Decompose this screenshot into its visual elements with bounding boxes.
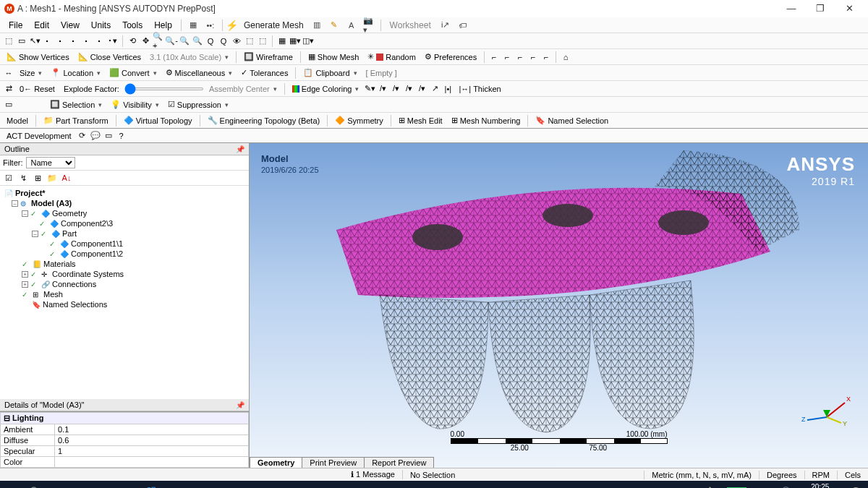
specular-value[interactable]: 1 [55, 446, 249, 457]
show-mesh-button[interactable]: ▦ Show Mesh [305, 51, 362, 62]
viewport[interactable]: Model 2019/6/26 20:25 ANSYS 2019 R1 X Y … [250, 143, 868, 468]
tag-icon[interactable]: 🏷 [456, 19, 469, 32]
menu-file[interactable]: File [3, 19, 28, 32]
select-icon[interactable]: ▭ [16, 35, 27, 47]
virtual-topology-button[interactable]: 🔷 Virtual Topology [120, 115, 196, 126]
power-icon[interactable]: 🔌 [704, 484, 720, 488]
ansys-icon[interactable]: Λ [190, 484, 205, 488]
powerpoint-icon[interactable]: P [236, 484, 252, 488]
pin-icon[interactable]: 📌 [236, 145, 244, 153]
tab-geometry[interactable]: Geometry [250, 457, 302, 468]
edge-icon[interactable]: /▾ [403, 83, 414, 95]
view-icon[interactable]: 👁 [231, 35, 242, 47]
selection-dropdown[interactable]: 🔲 Selection [46, 99, 106, 110]
search-icon[interactable]: 🔍 [27, 484, 43, 488]
app-icon[interactable]: ☁ [51, 484, 67, 488]
menu-units[interactable]: Units [85, 19, 116, 32]
app-icon[interactable]: 明 [143, 484, 159, 488]
menu-help[interactable]: Help [148, 19, 178, 32]
menu-edit[interactable]: Edit [28, 19, 55, 32]
model-button[interactable]: Model [3, 116, 32, 126]
icon[interactable]: ☑ [3, 172, 14, 184]
app-icon[interactable]: ◉ [259, 484, 275, 488]
part-transform-button[interactable]: 📁 Part Transform [40, 115, 112, 126]
zoom-icon[interactable]: 🔍 [192, 35, 203, 47]
assembly-center-dropdown[interactable]: Assembly Center [205, 84, 281, 94]
tab-report-preview[interactable]: Report Preview [364, 457, 434, 468]
window-icon[interactable]: ▭ [103, 130, 114, 142]
filter-select[interactable]: Name [26, 157, 75, 168]
tab-print-preview[interactable]: Print Preview [302, 457, 365, 468]
preferences-button[interactable]: ⚙ Preferences [421, 51, 480, 62]
ambient-value[interactable]: 0.1 [55, 424, 249, 435]
mesh-edit-button[interactable]: ⊞ Mesh Edit [395, 115, 446, 126]
cursor-icon[interactable]: ↖▾ [29, 35, 41, 47]
help-icon[interactable]: ? [116, 130, 127, 142]
axis-icon[interactable]: ⌐ [527, 51, 539, 63]
axis-triad[interactable]: X Y Z [801, 388, 852, 432]
refresh-icon[interactable]: ⟳ [77, 130, 88, 142]
gmail-icon[interactable]: M [213, 484, 229, 488]
clipboard-dropdown[interactable]: 📋 Clipboard [299, 67, 360, 78]
explode-slider[interactable] [124, 87, 204, 90]
color-value[interactable] [55, 457, 249, 468]
zoom-icon[interactable]: 🔍 [179, 35, 190, 47]
auto-scale-dropdown[interactable]: 3.1 (10x Auto Scale) [146, 52, 232, 62]
app-icon[interactable]: ↻ [120, 484, 136, 488]
menu-view[interactable]: View [55, 19, 85, 32]
edge-coloring-dropdown[interactable]: Edge Coloring [289, 84, 363, 94]
view-icon[interactable]: ▦▾ [289, 35, 301, 47]
edge-icon[interactable]: ✎▾ [364, 83, 375, 95]
outline-tree[interactable]: 📄Project* –⊚Model (A3) –✓🔷Geometry ✓🔷Com… [0, 186, 249, 399]
fit-icon[interactable]: Q [205, 35, 216, 47]
axis-icon[interactable]: ⌐ [488, 51, 500, 63]
axis-icon[interactable]: ⌐ [514, 51, 526, 63]
engineering-topology-button[interactable]: 🔧 Engineering Topology (Beta) [204, 115, 324, 126]
folder-icon[interactable]: 📁 [46, 172, 58, 184]
chevron-up-icon[interactable]: ^ [754, 484, 770, 488]
cube-icon[interactable]: 🞍▾ [107, 35, 119, 47]
status-messages[interactable]: ℹ 1 Message [344, 470, 403, 479]
diffuse-value[interactable]: 0.6 [55, 435, 249, 446]
msg-icon[interactable]: 💬 [90, 130, 101, 142]
select-icon[interactable]: ⬚ [3, 35, 14, 47]
close-button[interactable]: ✕ [835, 0, 864, 17]
wireframe-button[interactable]: 🔲 Wireframe [240, 51, 297, 62]
app-icon[interactable]: ◉ [166, 484, 182, 488]
start-button[interactable]: ⊞ [4, 484, 20, 488]
zoom-out-icon[interactable]: 🔍- [166, 35, 177, 47]
axis-icon[interactable]: ⌐ [501, 51, 513, 63]
suppression-dropdown[interactable]: ☑ Suppression [164, 99, 232, 110]
generate-mesh-button[interactable]: Generate Mesh [239, 20, 308, 30]
camera-icon[interactable]: 📷▾ [362, 19, 375, 32]
toolbar-icon[interactable]: ▦ [187, 19, 200, 32]
cube-icon[interactable]: 🞍 [42, 35, 54, 47]
tolerances-button[interactable]: ✓ Tolerances [237, 67, 292, 78]
axis-icon[interactable]: ⌐ [540, 51, 552, 63]
expand-icon[interactable]: ⊞ [32, 172, 43, 184]
firefox-icon[interactable]: ● [97, 484, 113, 488]
edge-icon[interactable]: ↗ [429, 83, 441, 95]
arrow-icon[interactable]: ↔ [3, 67, 14, 79]
zoom-in-icon[interactable]: 🔍+ [153, 35, 164, 47]
view-icon[interactable]: ▦ [276, 35, 288, 47]
show-vertices-button[interactable]: 📐 Show Vertices [3, 51, 73, 62]
mesh-numbering-button[interactable]: ⊞ Mesh Numbering [448, 115, 524, 126]
edge-icon[interactable]: |•| [442, 83, 454, 95]
reset-button[interactable]: 0← Reset [16, 84, 59, 94]
edge-icon[interactable]: /▾ [377, 83, 388, 95]
explorer-icon[interactable]: 📁 [74, 484, 90, 488]
close-vertices-button[interactable]: 📐 Close Vertices [75, 51, 145, 62]
pan-icon[interactable]: ✥ [140, 35, 151, 47]
size-dropdown[interactable]: Size [16, 68, 46, 78]
view-icon[interactable]: ⬚ [257, 35, 268, 47]
toolbar-icon[interactable]: ▥ [310, 19, 323, 32]
notifications-icon[interactable]: 💬 [848, 484, 864, 488]
icon[interactable]: ▭ [3, 99, 14, 111]
volume-icon[interactable]: 🔊 [777, 484, 793, 488]
clock[interactable]: 20:252019/6/26 [800, 483, 841, 488]
toolbar-icon[interactable]: A [345, 19, 358, 32]
icon[interactable]: ⇄ [3, 83, 14, 95]
view-icon[interactable]: ◫▾ [302, 35, 314, 47]
convert-dropdown[interactable]: 🟩 Convert [106, 67, 161, 78]
